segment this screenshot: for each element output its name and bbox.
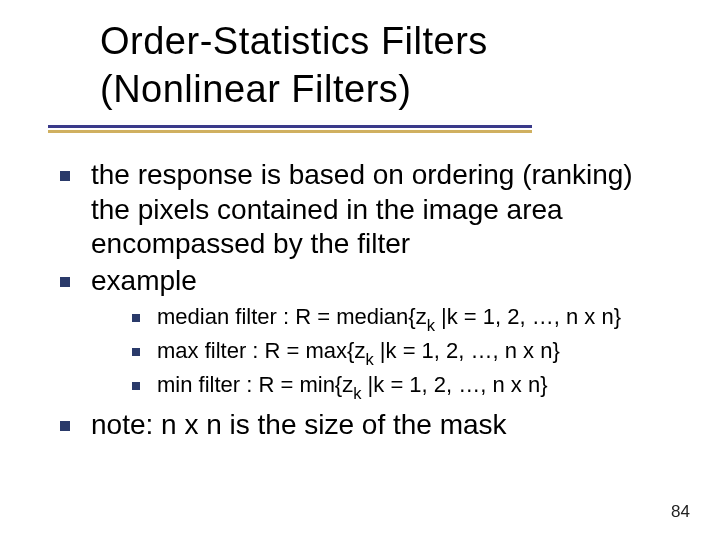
square-bullet-icon <box>132 314 140 322</box>
bullet-item: the response is based on ordering (ranki… <box>60 158 670 262</box>
bullet-text: the response is based on ordering (ranki… <box>91 158 670 262</box>
bullet-item: note: n x n is the size of the mask <box>60 408 670 443</box>
bullet-item: example <box>60 264 670 299</box>
sub-bullet-text: min filter : R = min{zk |k = 1, 2, …, n … <box>157 371 548 403</box>
bullet-text: note: n x n is the size of the mask <box>91 408 507 443</box>
slide: Order-Statistics Filters (Nonlinear Filt… <box>0 0 720 540</box>
square-bullet-icon <box>132 382 140 390</box>
bullet-text: example <box>91 264 197 299</box>
square-bullet-icon <box>132 348 140 356</box>
title-line-1: Order-Statistics Filters <box>100 18 488 66</box>
slide-body: the response is based on ordering (ranki… <box>60 158 670 445</box>
sub-bullet-text: max filter : R = max{zk |k = 1, 2, …, n … <box>157 337 560 369</box>
title-line-2: (Nonlinear Filters) <box>100 66 488 114</box>
sub-bullet-group: median filter : R = median{zk |k = 1, 2,… <box>132 303 670 402</box>
sub-bullet-item: max filter : R = max{zk |k = 1, 2, …, n … <box>132 337 670 369</box>
page-number: 84 <box>671 502 690 522</box>
sub-bullet-text: median filter : R = median{zk |k = 1, 2,… <box>157 303 621 335</box>
title-underline <box>48 125 532 128</box>
square-bullet-icon <box>60 421 70 431</box>
slide-title: Order-Statistics Filters (Nonlinear Filt… <box>48 18 488 113</box>
sub-bullet-item: min filter : R = min{zk |k = 1, 2, …, n … <box>132 371 670 403</box>
sub-bullet-item: median filter : R = median{zk |k = 1, 2,… <box>132 303 670 335</box>
square-bullet-icon <box>60 277 70 287</box>
square-bullet-icon <box>60 171 70 181</box>
